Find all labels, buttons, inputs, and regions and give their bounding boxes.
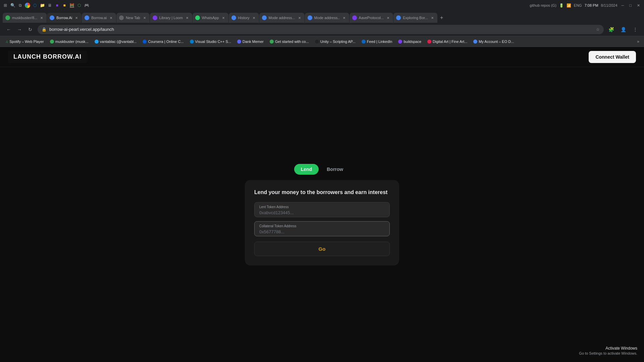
search-taskbar-icon[interactable]: 🔍 [10, 3, 15, 8]
chrome-icon[interactable] [25, 3, 30, 8]
network-icon: 📶 [567, 3, 571, 8]
bookmark-muskbuster[interactable]: muskbuster (musk... [47, 39, 91, 45]
bookmark-unity[interactable]: Unity – Scripting AP... [312, 39, 358, 45]
title-bar: ⊞ 🔍 ⧉ ⬡ 📁 🖥 ■ ■ 🧮 ⬡ 🎮 github repos (G) 🔋… [0, 0, 644, 11]
tab-favicon-mode2 [308, 15, 312, 20]
bookmark-label-linkedin: Feed | LinkedIn [367, 40, 392, 44]
tab-close-aave[interactable]: ✕ [386, 15, 390, 20]
bookmark-favicon-vscode [190, 40, 194, 44]
tab-muskbuster[interactable]: muskbuster/8... ✕ [3, 13, 47, 23]
tab-close-mode1[interactable]: ✕ [297, 15, 302, 20]
tab-title-newtab: New Tab [126, 16, 140, 20]
new-tab-button[interactable]: + [438, 14, 446, 22]
tab-close-borrowai[interactable]: ✕ [74, 15, 79, 20]
tab-newtab[interactable]: New Tab ✕ [116, 13, 150, 23]
tab-close-loom[interactable]: ✕ [185, 15, 190, 20]
minimize-btn[interactable]: ─ [620, 3, 626, 7]
bookmark-spotify[interactable]: ♫ Spotify – Web Player [3, 39, 47, 45]
tab-mode2[interactable]: Mode address.. ✕ [305, 13, 349, 23]
tab-exploring[interactable]: Exploring Bor... ✕ [393, 13, 437, 23]
bookmark-favicon-vantablac [95, 40, 99, 44]
forward-button[interactable]: → [15, 25, 24, 34]
tab-favicon-exploring [396, 15, 401, 20]
extensions-icon[interactable]: 🧩 [606, 25, 616, 34]
bookmark-label-dank: Dank Memer [243, 40, 264, 44]
window-icons: ⊞ 🔍 ⧉ ⬡ 📁 🖥 ■ ■ 🧮 ⬡ 🎮 [3, 3, 89, 8]
title-bar-left: ⊞ 🔍 ⧉ ⬡ 📁 🖥 ■ ■ 🧮 ⬡ 🎮 [3, 3, 89, 8]
bookmark-digitalart[interactable]: Digital Art | Fine Art... [425, 39, 470, 45]
tab-title-borrowai: Borrow.Ai [56, 16, 72, 20]
bookmark-favicon-getstarted [270, 40, 274, 44]
address-text: borrow-ai-pearl.vercel.app/launch [49, 27, 593, 32]
tab-title-borrowai2: Borrow.ai [91, 16, 107, 20]
windows-notice-subtitle: Go to Settings to activate Windows. [579, 351, 637, 355]
app5-icon[interactable]: 🎮 [84, 3, 89, 8]
refresh-button[interactable]: ↻ [25, 25, 35, 34]
app4-icon[interactable]: ⬡ [76, 3, 82, 8]
bookmark-getstarted[interactable]: Get started with co... [267, 39, 312, 45]
tab-borrowai-active[interactable]: Borrow.Ai ✕ [47, 13, 82, 23]
tab-borrow-button[interactable]: Borrow [320, 164, 350, 175]
tab-whatsapp[interactable]: WhatsApp ✕ [193, 13, 228, 23]
main-content: Lend Borrow Lend your money to the borro… [0, 67, 644, 362]
tab-history[interactable]: History ✕ [229, 13, 259, 23]
close-btn[interactable]: ✕ [636, 3, 641, 8]
tab-favicon-newtab [119, 15, 124, 20]
bookmark-label-myaccount: My Account – EO D... [479, 40, 514, 44]
tab-loom[interactable]: Library | Loom ✕ [150, 13, 192, 23]
task-view-icon[interactable]: ⧉ [17, 3, 23, 8]
bookmark-myaccount[interactable]: My Account – EO D... [471, 39, 517, 45]
tab-mode1[interactable]: Mode address... ✕ [259, 13, 305, 23]
bookmark-vscode[interactable]: Visual Studio C++ S... [187, 39, 234, 45]
bookmark-label-spotify: Spotify – Web Player [9, 40, 44, 44]
bookmark-linkedin[interactable]: Feed | LinkedIn [359, 39, 395, 45]
app1-icon[interactable]: 🖥 [47, 3, 52, 8]
bookmark-label-muskbuster: muskbuster (musk... [55, 40, 89, 44]
chrome-menu-icon[interactable]: ⋮ [631, 25, 640, 34]
bookmarks-expand-button[interactable]: » [635, 38, 641, 45]
tab-close-whatsapp[interactable]: ✕ [221, 15, 226, 20]
calc-icon[interactable]: 🧮 [69, 3, 74, 8]
tab-borrowai2[interactable]: Borrow.ai ✕ [82, 13, 116, 23]
tab-aave[interactable]: AaveProtocol... ✕ [350, 13, 393, 23]
back-button[interactable]: ← [4, 25, 13, 34]
address-input-wrapper[interactable]: 🔒 borrow-ai-pearl.vercel.app/launch ☆ [38, 25, 604, 34]
bookmark-star-icon[interactable]: ☆ [596, 27, 600, 32]
github-repos-count: github repos (G) [530, 3, 556, 7]
tab-title-history: History [238, 16, 250, 20]
lent-token-group: Lent Token Address [254, 202, 390, 217]
lang-indicator: ENG [574, 3, 582, 7]
vs-icon[interactable]: ⬡ [32, 3, 38, 8]
collateral-token-input-wrapper: Collateral Token Address [254, 221, 390, 236]
tab-title-whatsapp: WhatsApp [202, 16, 219, 20]
bookmark-buildspace[interactable]: buildspace [395, 39, 424, 45]
collateral-token-field-container: Collateral Token Address [255, 222, 389, 236]
lend-card: Lend your money to the borrowers and ear… [245, 180, 399, 265]
app2-icon[interactable]: ■ [54, 3, 60, 8]
bookmark-dank[interactable]: Dank Memer [234, 39, 266, 45]
tab-favicon-aave [352, 15, 357, 20]
tab-close-history[interactable]: ✕ [252, 15, 256, 20]
maximize-btn[interactable]: □ [628, 3, 633, 7]
tab-close-exploring[interactable]: ✕ [430, 15, 435, 20]
collateral-token-group: Collateral Token Address [254, 221, 390, 236]
battery-icon: 🔋 [559, 3, 564, 8]
tab-close-borrowai2[interactable]: ✕ [109, 15, 113, 20]
bookmark-favicon-digitalart [427, 40, 431, 44]
tab-close-muskbuster[interactable]: ✕ [39, 15, 44, 20]
tab-close-mode2[interactable]: ✕ [342, 15, 346, 20]
tab-lend-button[interactable]: Lend [294, 164, 319, 175]
app3-icon[interactable]: ■ [62, 3, 67, 8]
bookmark-coursera[interactable]: Coursera | Online C... [140, 39, 186, 45]
bookmark-label-getstarted: Get started with co... [275, 40, 309, 44]
bookmark-vantablac[interactable]: vantablac (@vantabl... [92, 39, 140, 45]
bookmark-favicon-buildspace [398, 40, 402, 44]
connect-wallet-button[interactable]: Connect Wallet [589, 51, 636, 63]
lent-token-input[interactable] [259, 210, 385, 215]
collateral-token-input[interactable] [259, 229, 385, 234]
tab-close-newtab[interactable]: ✕ [142, 15, 147, 20]
go-button[interactable]: Go [254, 242, 390, 256]
tab-favicon-muskbuster [5, 15, 10, 20]
profile-icon[interactable]: 👤 [619, 25, 628, 34]
explorer-icon[interactable]: 📁 [40, 3, 45, 8]
